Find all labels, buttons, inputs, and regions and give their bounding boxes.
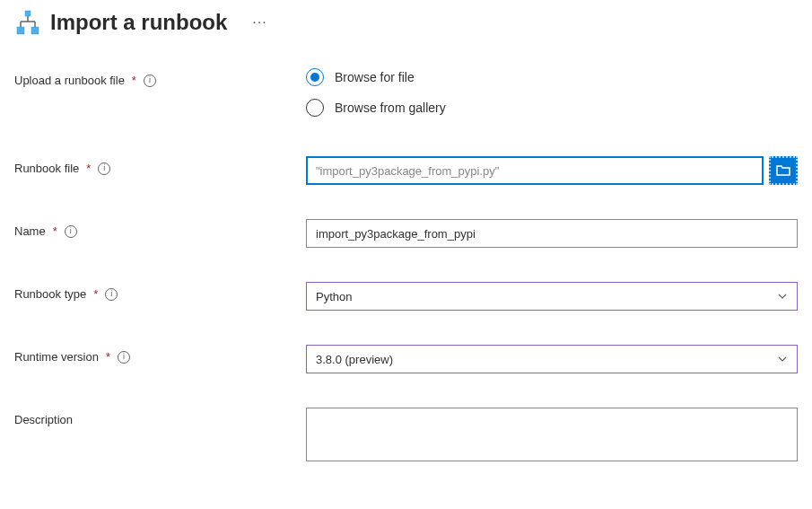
chevron-down-icon (777, 291, 788, 302)
runtime-version-value: 3.8.0 (preview) (316, 353, 393, 366)
description-label-group: Description (14, 408, 306, 426)
description-label: Description (14, 413, 73, 426)
description-textarea[interactable] (306, 408, 798, 461)
field-description: Description (14, 408, 798, 464)
runbook-type-select[interactable]: Python (306, 282, 798, 311)
upload-radio-group: Browse for file Browse from gallery (306, 68, 798, 117)
radio-icon (306, 99, 324, 117)
radio-label: Browse from gallery (335, 101, 446, 115)
required-indicator: * (93, 287, 98, 301)
required-indicator: * (86, 162, 91, 175)
page-header: Import a runbook ··· (14, 9, 798, 36)
info-icon[interactable]: i (144, 75, 156, 87)
radio-browse-for-file[interactable]: Browse for file (306, 68, 798, 86)
name-input[interactable] (306, 219, 798, 248)
field-runbook-file: Runbook file * i "import_py3package_from… (14, 156, 798, 185)
info-icon[interactable]: i (98, 162, 110, 175)
info-icon[interactable]: i (118, 351, 130, 364)
svg-rect-2 (31, 27, 39, 34)
field-runbook-type: Runbook type * i Python (14, 282, 798, 311)
runtime-version-label: Runtime version (14, 350, 99, 364)
required-indicator: * (53, 224, 57, 238)
runtime-version-label-group: Runtime version * i (14, 345, 306, 364)
field-upload-runbook-file: Upload a runbook file * i Browse for fil… (14, 68, 798, 117)
name-label-group: Name * i (14, 219, 306, 238)
runbook-file-path-display[interactable]: "import_py3package_from_pypi.py" (306, 156, 764, 185)
info-icon[interactable]: i (105, 288, 118, 301)
runbook-type-label-group: Runbook type * i (14, 282, 306, 301)
required-indicator: * (106, 350, 110, 364)
radio-label: Browse for file (335, 70, 415, 84)
radio-browse-from-gallery[interactable]: Browse from gallery (306, 99, 798, 117)
runbook-hierarchy-icon (14, 9, 41, 36)
page-title: Import a runbook (50, 10, 227, 35)
runbook-type-label: Runbook type (14, 287, 86, 301)
chevron-down-icon (777, 354, 788, 364)
field-name: Name * i (14, 219, 798, 248)
browse-file-button[interactable] (769, 156, 798, 185)
name-label: Name (14, 224, 46, 238)
radio-icon (306, 68, 324, 86)
upload-label: Upload a runbook file (14, 74, 125, 87)
info-icon[interactable]: i (65, 225, 77, 238)
runbook-file-label: Runbook file (14, 162, 79, 175)
svg-rect-1 (17, 27, 24, 34)
required-indicator: * (132, 74, 136, 87)
runtime-version-select[interactable]: 3.8.0 (preview) (306, 345, 798, 373)
more-actions-button[interactable]: ··· (252, 14, 266, 31)
upload-label-group: Upload a runbook file * i (14, 68, 306, 87)
runbook-file-label-group: Runbook file * i (14, 156, 306, 175)
folder-icon (776, 164, 790, 177)
field-runtime-version: Runtime version * i 3.8.0 (preview) (14, 345, 798, 373)
runbook-type-value: Python (316, 290, 352, 303)
svg-rect-0 (25, 11, 31, 16)
